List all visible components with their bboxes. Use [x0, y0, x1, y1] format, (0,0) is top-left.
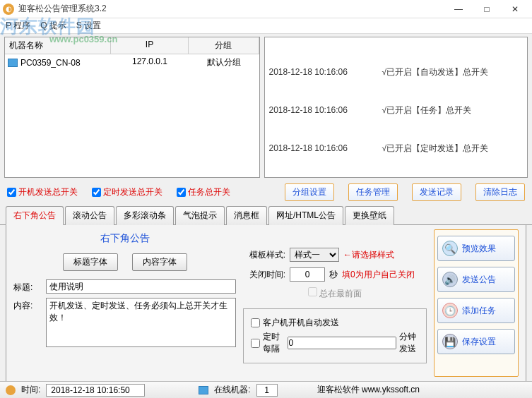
machine-row[interactable]: PC0359_CN-08 127.0.0.1 默认分组 [5, 54, 259, 71]
col-ip[interactable]: IP [111, 37, 189, 54]
status-time-label: 时间: [21, 384, 40, 396]
machine-list[interactable]: 机器名称 IP 分组 PC0359_CN-08 127.0.0.1 默认分组 [4, 37, 260, 178]
add-task-button[interactable]: 🕒添加任务 [437, 298, 515, 323]
template-select[interactable]: 样式一 [290, 248, 339, 262]
closetime-label: 关闭时间: [243, 269, 285, 281]
send-options-group: 客户机开机自动发送 定时 每隔 分钟发送 [243, 308, 427, 363]
preview-button[interactable]: 🔍预览效果 [437, 236, 515, 261]
topmost-check[interactable]: 总在最前面 [308, 287, 362, 300]
boot-switch-checkbox[interactable] [7, 188, 16, 197]
timer-switch[interactable]: 定时发送总开关 [92, 186, 162, 198]
menu-settings[interactable]: S 设置 [76, 20, 101, 32]
machine-ip: 127.0.0.1 [111, 56, 189, 69]
title-font-button[interactable]: 标题字体 [63, 253, 118, 271]
col-name[interactable]: 机器名称 [5, 37, 111, 54]
menu-tips[interactable]: Q 提示 [40, 20, 66, 32]
autosend-check[interactable]: 客户机开机自动发送 [251, 317, 419, 329]
tabstrip: 右下角公告 滚动公告 多彩滚动条 气泡提示 消息框 网址/HTML公告 更换壁纸 [0, 205, 532, 225]
template-label: 模板样式: [243, 249, 285, 261]
machine-group: 默认分组 [189, 56, 259, 69]
status-icon [6, 385, 16, 395]
content-textarea[interactable]: 开机发送、定时发送、任务必须勾上总开关才生效！ [46, 298, 236, 347]
send-log-button[interactable]: 发送记录 [412, 183, 461, 201]
send-button[interactable]: 🔊发送公告 [437, 267, 515, 292]
timer-switch-checkbox[interactable] [92, 188, 101, 197]
pc-icon [8, 59, 18, 67]
title-input[interactable] [46, 279, 236, 294]
log-pane[interactable]: 2018-12-18 10:16:06√已开启【自动发送】总开关 2018-12… [264, 37, 528, 178]
col-group[interactable]: 分组 [189, 37, 259, 54]
timed-unit: 分钟发送 [399, 331, 420, 355]
machine-name: PC0359_CN-08 [20, 58, 81, 68]
speaker-icon: 🔊 [442, 272, 458, 287]
clear-log-button[interactable]: 清除日志 [475, 183, 525, 201]
tab-scroll-notice[interactable]: 滚动公告 [65, 206, 114, 225]
title-label: 标题: [13, 279, 42, 294]
group-settings-button[interactable]: 分组设置 [285, 183, 334, 201]
minimize-button[interactable]: — [444, 1, 473, 18]
content-label: 内容: [13, 298, 42, 312]
form-heading: 右下角公告 [13, 229, 236, 248]
task-manage-button[interactable]: 任务管理 [348, 183, 398, 201]
timed-check[interactable]: 定时 每隔 分钟发送 [251, 331, 419, 355]
status-time-value: 2018-12-18 10:16:50 [46, 384, 145, 397]
disk-icon: 💾 [442, 334, 458, 349]
tab-body: 右下角公告 标题字体 内容字体 标题: 内容: 开机发送、定时发送、任务必须勾上… [6, 225, 526, 382]
timed-input[interactable] [288, 337, 396, 349]
content-font-button[interactable]: 内容字体 [132, 253, 187, 271]
titlebar: ◐ 迎客松公告管理系统3.2 — □ ✕ [0, 0, 532, 18]
window-title: 迎客松公告管理系统3.2 [18, 3, 444, 15]
maximize-button[interactable]: □ [473, 1, 501, 18]
action-panel: 🔍预览效果 🔊发送公告 🕒添加任务 💾保存设置 [434, 229, 519, 377]
task-switch-checkbox[interactable] [177, 188, 186, 197]
task-switch[interactable]: 任务总开关 [177, 186, 230, 198]
app-icon: ◐ [3, 4, 14, 15]
boot-switch[interactable]: 开机发送总开关 [7, 186, 78, 198]
menubar: P 程序 Q 提示 S 设置 [0, 18, 532, 34]
closetime-input[interactable] [290, 267, 325, 282]
tab-bubble[interactable]: 气泡提示 [175, 206, 225, 225]
online-icon [199, 386, 208, 394]
tab-corner-notice[interactable]: 右下角公告 [6, 206, 64, 225]
log-line: 2018-12-18 10:16:06√已开启【任务】总开关 [269, 104, 524, 116]
tab-url-html[interactable]: 网址/HTML公告 [268, 206, 343, 225]
close-button[interactable]: ✕ [501, 1, 529, 18]
timed-checkbox[interactable] [251, 339, 260, 348]
closetime-hint: 填0为用户自己关闭 [342, 269, 415, 281]
topmost-checkbox [308, 287, 317, 296]
closetime-unit: 秒 [329, 269, 338, 281]
magnifier-icon: 🔍 [442, 241, 458, 256]
machine-list-header: 机器名称 IP 分组 [5, 37, 259, 54]
clock-icon: 🕒 [442, 303, 458, 318]
tab-msgbox[interactable]: 消息框 [226, 206, 267, 225]
status-brand: 迎客松软件 www.ykssoft.cn [317, 384, 420, 396]
menu-program[interactable]: P 程序 [6, 20, 30, 32]
save-button[interactable]: 💾保存设置 [437, 329, 515, 354]
statusbar: 时间: 2018-12-18 10:16:50 在线机器: 1 迎客松软件 ww… [0, 381, 532, 398]
autosend-checkbox[interactable] [251, 318, 260, 327]
template-hint: ←请选择样式 [343, 249, 394, 261]
log-line: 2018-12-18 10:16:06√已开启【自动发送】总开关 [269, 66, 524, 78]
status-online-label: 在线机器: [214, 384, 250, 396]
tab-wallpaper[interactable]: 更换壁纸 [345, 206, 394, 225]
tab-color-scroll[interactable]: 多彩滚动条 [116, 206, 174, 225]
status-online-value: 1 [256, 384, 278, 397]
log-line: 2018-12-18 10:16:06√已开启【定时发送】总开关 [269, 142, 524, 155]
